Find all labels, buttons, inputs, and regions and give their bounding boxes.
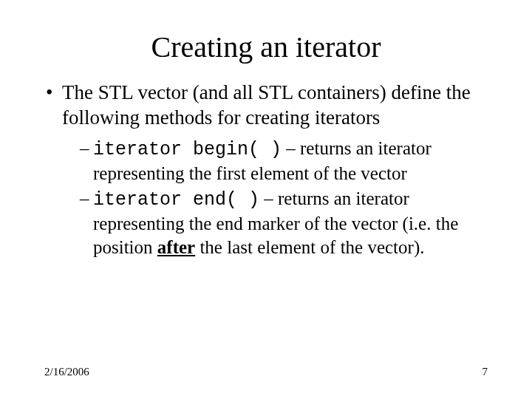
footer: 2/16/2006 7 [44,366,488,378]
sub-bullet-list: iterator begin( ) – returns an iterator … [44,137,488,259]
sub-bullet-end: iterator end( ) – returns an iterator re… [80,187,488,259]
footer-date: 2/16/2006 [44,366,89,378]
emph-after: after [157,237,195,257]
slide-title: Creating an iterator [44,30,488,64]
main-bullet: The STL vector (and all STL containers) … [44,81,488,131]
code-end: iterator end( ) [93,189,259,211]
sub-bullet-end-text-b: the last element of the vector). [195,237,424,257]
slide: Creating an iterator The STL vector (and… [0,0,532,399]
code-begin: iterator begin( ) [93,139,282,160]
sub-bullet-begin: iterator begin( ) – returns an iterator … [80,137,488,185]
footer-page-number: 7 [482,366,488,378]
